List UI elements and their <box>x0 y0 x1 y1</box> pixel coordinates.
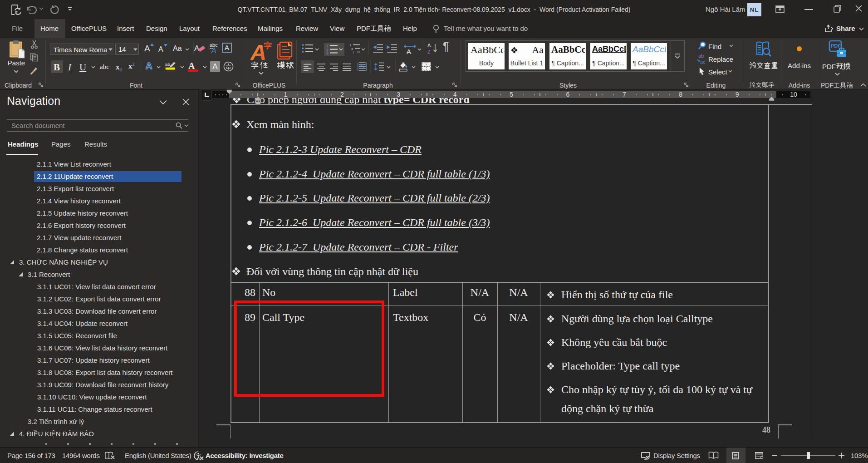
svg-text:3: 3 <box>326 51 329 54</box>
svg-text:A: A <box>407 48 411 54</box>
svg-text:A: A <box>194 44 200 53</box>
svg-text:Z: Z <box>427 49 431 54</box>
svg-text:PDF: PDF <box>831 43 841 49</box>
svg-text:ab: ab <box>698 54 704 59</box>
svg-text:i: i <box>353 50 354 54</box>
svg-text:ab: ab <box>165 62 170 67</box>
svg-text:A: A <box>427 43 431 48</box>
svg-text:ac: ac <box>700 59 706 64</box>
svg-text:A: A <box>211 47 216 54</box>
